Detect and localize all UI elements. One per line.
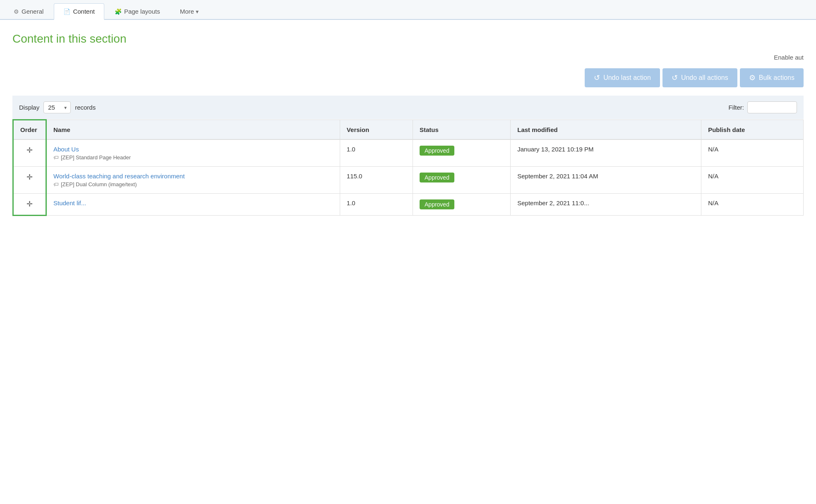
undo-all-icon: ↺ <box>672 73 678 82</box>
tab-general[interactable]: ⚙ General <box>4 3 53 19</box>
publish-date-cell-1: N/A <box>701 139 804 167</box>
col-order: Order <box>13 120 46 140</box>
general-icon: ⚙ <box>14 8 19 15</box>
last-modified-cell-3: September 2, 2021 11:0... <box>511 194 701 216</box>
tab-more[interactable]: More ▾ <box>170 3 208 19</box>
main-content: Content in this section Enable aut ↺ Und… <box>0 20 816 224</box>
order-cell-2: ✛ <box>13 167 46 194</box>
undo-last-icon: ↺ <box>594 73 600 82</box>
filter-area: Filter: <box>729 101 797 113</box>
version-cell-3: 1.0 <box>340 194 413 216</box>
template-name-1: [ZEP] Standard Page Header <box>61 154 131 161</box>
filter-label: Filter: <box>729 104 744 111</box>
name-link-2[interactable]: World-class teaching and research enviro… <box>53 173 185 180</box>
chevron-down-icon: ▾ <box>196 8 199 15</box>
status-cell-1: Approved <box>413 139 511 167</box>
order-cell-1: ✛ <box>13 139 46 167</box>
bulk-actions-icon: ⚙ <box>749 73 756 82</box>
publish-date-cell-3: N/A <box>701 194 804 216</box>
version-cell-1: 1.0 <box>340 139 413 167</box>
table-row: ✛ About Us 🏷 [ZEP] Standard Page Header … <box>13 139 804 167</box>
drag-handle-icon-1[interactable]: ✛ <box>26 146 33 154</box>
last-modified-cell-2: September 2, 2021 11:04 AM <box>511 167 701 194</box>
records-label: records <box>75 104 96 111</box>
bulk-actions-button[interactable]: ⚙ Bulk actions <box>740 68 804 87</box>
order-cell-3: ✛ <box>13 194 46 216</box>
last-modified-cell-1: January 13, 2021 10:19 PM <box>511 139 701 167</box>
status-cell-3: Approved <box>413 194 511 216</box>
drag-handle-icon-3[interactable]: ✛ <box>26 200 33 208</box>
template-info-2: 🏷 [ZEP] Dual Column (image/text) <box>53 181 333 187</box>
col-publish-date: Publish date <box>701 120 804 140</box>
table-header-row: Order Name Version Status Last modified … <box>13 120 804 140</box>
display-select[interactable]: 10 25 50 100 <box>43 101 71 113</box>
display-select-wrapper: 10 25 50 100 <box>43 101 71 113</box>
page-title: Content in this section <box>12 32 804 46</box>
status-cell-2: Approved <box>413 167 511 194</box>
col-name: Name <box>46 120 340 140</box>
enable-auto-text: Enable aut <box>774 54 804 61</box>
filter-input[interactable] <box>747 101 797 113</box>
status-badge-3: Approved <box>420 199 454 209</box>
status-badge-1: Approved <box>420 146 454 156</box>
tab-content[interactable]: 📄 Content <box>54 3 104 20</box>
content-icon: 📄 <box>63 8 70 15</box>
name-link-3[interactable]: Student lif... <box>53 199 86 206</box>
content-table: Order Name Version Status Last modified … <box>12 119 804 216</box>
name-link-1[interactable]: About Us <box>53 146 79 153</box>
drag-handle-icon-2[interactable]: ✛ <box>26 173 33 181</box>
name-cell-3: Student lif... <box>46 194 340 216</box>
col-version: Version <box>340 120 413 140</box>
tab-bar: ⚙ General 📄 Content 🧩 Page layouts More … <box>0 0 816 20</box>
table-row: ✛ Student lif... 1.0 Approved September … <box>13 194 804 216</box>
undo-last-action-button[interactable]: ↺ Undo last action <box>585 68 660 87</box>
display-row: Display 10 25 50 100 records Filter: <box>12 96 804 119</box>
name-cell-1: About Us 🏷 [ZEP] Standard Page Header <box>46 139 340 167</box>
tab-page-layouts[interactable]: 🧩 Page layouts <box>105 3 170 19</box>
name-cell-2: World-class teaching and research enviro… <box>46 167 340 194</box>
publish-date-cell-2: N/A <box>701 167 804 194</box>
version-cell-2: 115.0 <box>340 167 413 194</box>
page-layouts-icon: 🧩 <box>115 8 122 15</box>
col-status: Status <box>413 120 511 140</box>
action-buttons-row: ↺ Undo last action ↺ Undo all actions ⚙ … <box>12 68 804 87</box>
template-info-1: 🏷 [ZEP] Standard Page Header <box>53 154 333 161</box>
template-name-2: [ZEP] Dual Column (image/text) <box>61 181 137 187</box>
undo-all-actions-button[interactable]: ↺ Undo all actions <box>662 68 737 87</box>
display-label: Display <box>19 104 39 111</box>
col-last-modified: Last modified <box>511 120 701 140</box>
status-badge-2: Approved <box>420 173 454 182</box>
table-row: ✛ World-class teaching and research envi… <box>13 167 804 194</box>
enable-auto-row: Enable aut <box>12 54 804 61</box>
template-icon-2: 🏷 <box>53 181 59 187</box>
template-icon-1: 🏷 <box>53 154 59 161</box>
